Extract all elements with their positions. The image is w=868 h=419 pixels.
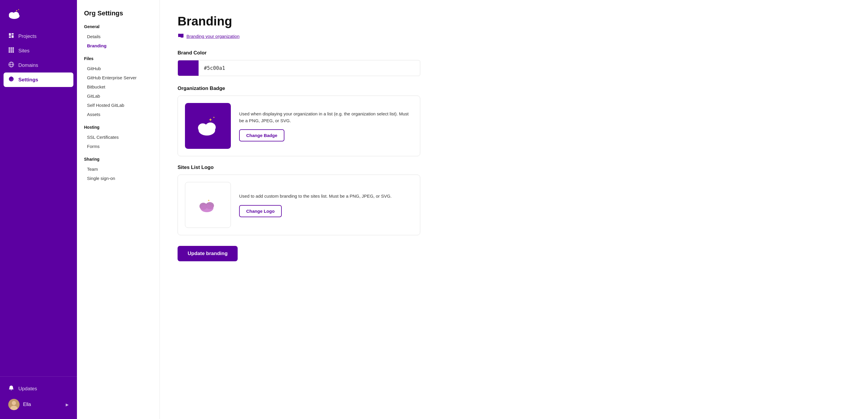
svg-text:✦: ✦ [16, 9, 18, 12]
sidebar: ✦ ✦ Projects Sites Domains Sett [0, 0, 77, 419]
sidebar-bottom: Updates Ella ▶ [0, 376, 77, 419]
color-value: #5c00a1 [198, 65, 230, 71]
svg-rect-11 [12, 47, 14, 49]
logo-info: Used to add custom branding to the sites… [239, 193, 413, 217]
svg-point-22 [12, 401, 16, 405]
logo-icon: ✦ ✦ [7, 8, 21, 20]
projects-label: Projects [18, 33, 36, 39]
settings-icon [8, 76, 14, 84]
logo-description: Used to add custom branding to the sites… [239, 193, 413, 199]
sidebar-navigation: Projects Sites Domains Settings [0, 27, 77, 376]
color-swatch [178, 60, 198, 76]
update-branding-button[interactable]: Update branding [178, 246, 238, 261]
sidebar-item-domains[interactable]: Domains [4, 58, 73, 72]
domains-label: Domains [18, 62, 38, 68]
user-name: Ella [23, 402, 62, 407]
badge-description: Used when displaying your organization i… [239, 110, 413, 124]
svg-rect-9 [8, 47, 10, 49]
nav-link-github-enterprise[interactable]: GitHub Enterprise Server [84, 73, 152, 82]
sidebar-item-updates[interactable]: Updates [4, 381, 73, 396]
svg-point-28 [205, 123, 216, 132]
settings-label: Settings [18, 77, 38, 83]
brand-color-label: Brand Color [178, 50, 850, 56]
logo-cloud-icon: ✦ [196, 196, 220, 214]
svg-rect-14 [12, 50, 14, 51]
nav-link-self-hosted-gitlab[interactable]: Self Hosted GitLab [84, 101, 152, 110]
change-logo-button[interactable]: Change Logo [239, 205, 282, 217]
updates-label: Updates [18, 386, 37, 392]
badge-info: Used when displaying your organization i… [239, 110, 413, 142]
sidebar-item-settings[interactable]: Settings [4, 72, 73, 87]
domains-icon [8, 62, 14, 69]
projects-icon [8, 33, 14, 40]
nav-link-sso[interactable]: Single sign-on [84, 174, 152, 183]
main-content: Branding Branding your organization Bran… [160, 0, 868, 419]
page-title: Branding [178, 14, 850, 28]
avatar [8, 399, 20, 410]
svg-point-2 [13, 12, 19, 17]
svg-rect-15 [8, 51, 10, 53]
nav-link-gitlab[interactable]: GitLab [84, 91, 152, 101]
org-badge-card: ✦ ✦ Used when displaying your organizati… [178, 96, 420, 156]
sidebar-logo: ✦ ✦ [0, 0, 77, 27]
nav-link-assets[interactable]: Assets [84, 110, 152, 119]
section-files-title: Files [84, 56, 152, 61]
sites-label: Sites [18, 48, 30, 54]
sites-list-logo-card: ✦ Used to add custom branding to the sit… [178, 174, 420, 235]
section-hosting-title: Hosting [84, 125, 152, 130]
section-sharing-title: Sharing [84, 157, 152, 162]
sidebar-item-sites[interactable]: Sites [4, 43, 73, 58]
sites-list-logo-label: Sites List Logo [178, 164, 850, 170]
settings-nav-panel: Org Settings General Details Branding Fi… [77, 0, 160, 419]
logo-preview: ✦ [185, 182, 231, 228]
svg-text:✦: ✦ [208, 199, 210, 202]
svg-text:✦: ✦ [18, 8, 20, 11]
user-chevron-icon: ▶ [66, 402, 69, 407]
updates-icon [8, 385, 14, 392]
brand-color-row[interactable]: #5c00a1 [178, 60, 420, 76]
sidebar-item-projects[interactable]: Projects [4, 29, 73, 43]
svg-rect-16 [11, 51, 12, 53]
svg-rect-8 [11, 35, 13, 38]
help-link-text: Branding your organization [186, 34, 240, 39]
change-badge-button[interactable]: Change Badge [239, 129, 284, 141]
nav-link-forms[interactable]: Forms [84, 142, 152, 151]
svg-rect-12 [8, 50, 10, 51]
nav-link-branding[interactable]: Branding [84, 41, 152, 50]
nav-link-ssl[interactable]: SSL Certificates [84, 133, 152, 142]
svg-rect-10 [11, 47, 12, 49]
svg-rect-5 [9, 33, 11, 36]
sites-icon [8, 47, 14, 55]
nav-link-details[interactable]: Details [84, 32, 152, 41]
section-general-title: General [84, 24, 152, 29]
nav-link-github[interactable]: GitHub [84, 64, 152, 73]
help-link[interactable]: Branding your organization [178, 33, 850, 39]
svg-rect-17 [12, 51, 14, 53]
svg-rect-13 [11, 50, 12, 51]
svg-text:✦: ✦ [213, 116, 215, 119]
svg-point-33 [200, 204, 213, 212]
book-icon [178, 33, 184, 39]
svg-text:✦: ✦ [209, 118, 212, 122]
org-badge-label: Organization Badge [178, 86, 850, 91]
settings-nav-title: Org Settings [84, 9, 152, 17]
svg-rect-7 [9, 36, 11, 38]
nav-link-team[interactable]: Team [84, 164, 152, 174]
badge-cloud-icon: ✦ ✦ [193, 115, 223, 137]
user-profile[interactable]: Ella ▶ [4, 396, 73, 413]
nav-link-bitbucket[interactable]: Bitbucket [84, 82, 152, 91]
svg-rect-6 [11, 33, 13, 35]
badge-preview: ✦ ✦ [185, 103, 231, 149]
